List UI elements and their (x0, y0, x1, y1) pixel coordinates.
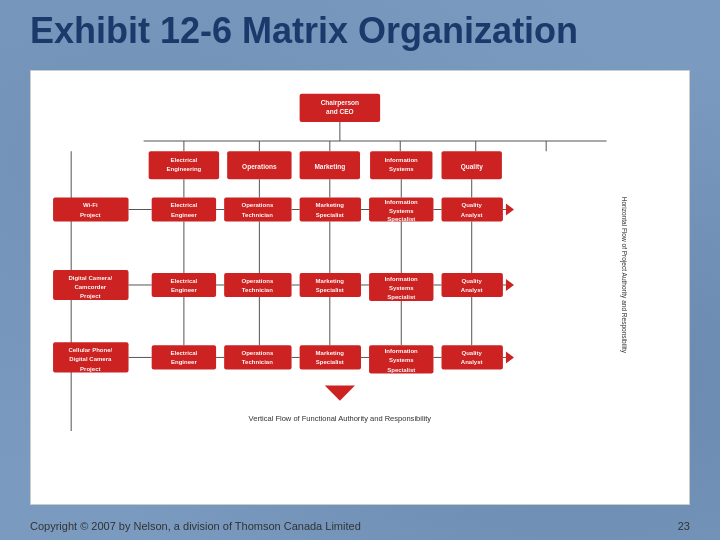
svg-text:Technician: Technician (242, 359, 273, 365)
svg-text:Information: Information (385, 348, 418, 354)
svg-text:Information: Information (385, 157, 418, 163)
svg-text:Analyst: Analyst (461, 287, 483, 293)
svg-rect-25 (53, 197, 128, 221)
svg-rect-60 (152, 273, 216, 297)
svg-rect-69 (369, 273, 433, 301)
svg-rect-66 (300, 273, 361, 297)
svg-rect-51 (53, 270, 128, 300)
svg-text:Engineer: Engineer (171, 212, 197, 218)
svg-text:Marketing: Marketing (314, 163, 345, 171)
svg-text:Digital Camera: Digital Camera (69, 356, 112, 362)
svg-text:Operations: Operations (241, 350, 273, 356)
svg-text:Marketing: Marketing (316, 278, 345, 284)
svg-text:Quality: Quality (461, 163, 484, 171)
svg-marker-103 (506, 351, 514, 363)
svg-text:Project: Project (80, 366, 100, 372)
svg-text:Marketing: Marketing (316, 202, 345, 208)
svg-text:Systems: Systems (389, 208, 414, 214)
svg-text:Analyst: Analyst (461, 212, 483, 218)
svg-rect-78 (53, 342, 128, 372)
svg-text:Information: Information (385, 276, 418, 282)
footer: Copyright © 2007 by Nelson, a division o… (30, 520, 690, 532)
svg-text:Specialist: Specialist (316, 359, 344, 365)
svg-marker-49 (506, 203, 514, 215)
svg-rect-42 (369, 197, 433, 221)
svg-text:Quality: Quality (462, 202, 483, 208)
svg-rect-63 (224, 273, 291, 297)
svg-rect-11 (149, 151, 219, 179)
svg-text:Specialist: Specialist (387, 367, 415, 373)
svg-text:Specialist: Specialist (387, 294, 415, 300)
svg-text:Analyst: Analyst (461, 359, 483, 365)
svg-rect-46 (442, 197, 503, 221)
svg-rect-16 (300, 151, 360, 179)
svg-text:Chairperson: Chairperson (321, 99, 359, 107)
svg-text:Electrical: Electrical (171, 202, 198, 208)
svg-rect-73 (442, 273, 503, 297)
svg-rect-0 (300, 94, 381, 122)
svg-text:Operations: Operations (241, 202, 273, 208)
svg-rect-93 (300, 345, 361, 369)
svg-text:Project: Project (80, 212, 100, 218)
svg-rect-90 (224, 345, 291, 369)
svg-rect-18 (370, 151, 432, 179)
svg-text:Technician: Technician (242, 287, 273, 293)
svg-text:Electrical: Electrical (171, 350, 198, 356)
svg-rect-36 (224, 197, 291, 221)
svg-text:Electrical: Electrical (171, 278, 198, 284)
svg-text:Marketing: Marketing (316, 350, 345, 356)
svg-rect-14 (227, 151, 291, 179)
svg-text:Technician: Technician (242, 212, 273, 218)
svg-text:Engineer: Engineer (171, 287, 197, 293)
svg-rect-21 (442, 151, 502, 179)
svg-text:Electrical: Electrical (171, 157, 198, 163)
svg-text:Systems: Systems (389, 285, 414, 291)
svg-rect-39 (300, 197, 361, 221)
svg-text:Wi-Fi: Wi-Fi (83, 202, 98, 208)
svg-rect-100 (442, 345, 503, 369)
svg-text:Digital Camera/: Digital Camera/ (68, 275, 112, 281)
svg-marker-76 (506, 279, 514, 291)
svg-text:Project: Project (80, 293, 100, 299)
svg-text:Systems: Systems (389, 166, 414, 172)
copyright-text: Copyright © 2007 by Nelson, a division o… (30, 520, 361, 532)
svg-text:Specialist: Specialist (316, 212, 344, 218)
svg-text:Vertical Flow of Functional Au: Vertical Flow of Functional Authority an… (249, 414, 432, 423)
svg-text:and CEO: and CEO (326, 108, 354, 115)
svg-text:Quality: Quality (462, 278, 483, 284)
svg-text:Information: Information (385, 199, 418, 205)
svg-text:Cellular Phone/: Cellular Phone/ (68, 347, 112, 353)
svg-rect-87 (152, 345, 216, 369)
svg-text:Horizontal Flow of Project Aut: Horizontal Flow of Project Authority and… (620, 197, 628, 354)
slide-title: Exhibit 12-6 Matrix Organization (30, 10, 578, 52)
svg-text:Camcorder: Camcorder (74, 284, 106, 290)
svg-text:Operations: Operations (242, 163, 277, 171)
svg-text:Engineer: Engineer (171, 359, 197, 365)
svg-text:Specialist: Specialist (316, 287, 344, 293)
svg-text:Specialist: Specialist (387, 216, 415, 222)
svg-text:Quality: Quality (462, 350, 483, 356)
svg-text:Operations: Operations (241, 278, 273, 284)
svg-rect-96 (369, 345, 433, 373)
svg-text:Engineering: Engineering (167, 166, 202, 172)
svg-marker-104 (325, 386, 355, 401)
slide-content: Chairperson and CEO Electrical Engineeri… (30, 70, 690, 505)
svg-rect-33 (152, 197, 216, 221)
svg-text:Systems: Systems (389, 357, 414, 363)
page-number: 23 (678, 520, 690, 532)
